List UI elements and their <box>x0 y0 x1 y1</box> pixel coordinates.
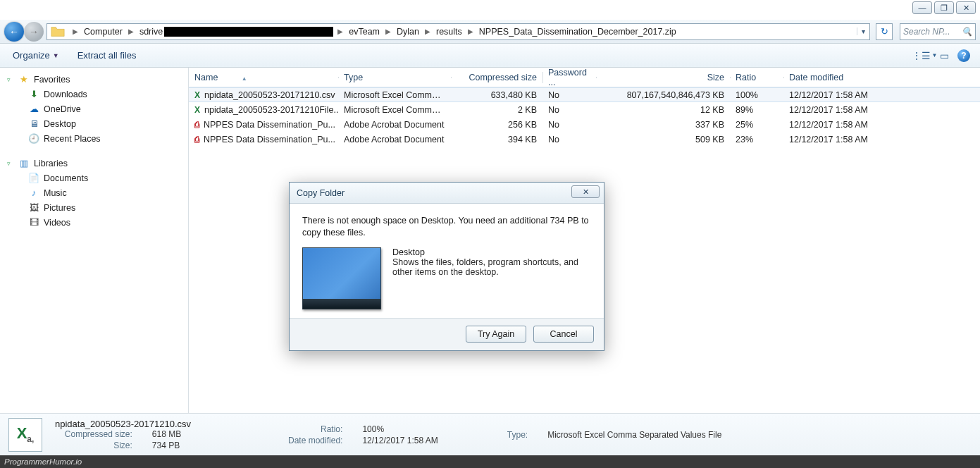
file-compressed: 394 KB <box>451 135 542 144</box>
file-row[interactable]: ⎙NPPES Data Dissemination_Pu...Adobe Acr… <box>189 132 980 147</box>
col-compressed[interactable]: Compressed size <box>451 73 542 82</box>
download-icon: ⬇ <box>28 89 39 100</box>
file-password: No <box>542 135 596 144</box>
excel-csv-icon: Xa, <box>17 424 35 444</box>
tree-item-label: Desktop <box>44 119 76 129</box>
dialog-close-button[interactable]: ✕ <box>571 185 600 198</box>
start-orb-icon <box>306 299 314 307</box>
nav-back-forward: ← → <box>4 21 44 42</box>
help-button[interactable]: ? <box>956 48 972 63</box>
try-again-button[interactable]: Try Again <box>466 326 526 343</box>
file-size: 12 KB <box>596 105 730 115</box>
dialog-button-row: Try Again Cancel <box>290 318 604 350</box>
details-value: 734 PB <box>152 441 191 450</box>
tree-favorites-header[interactable]: ▿ ★ Favorites <box>0 72 188 87</box>
breadcrumb-segment[interactable]: results <box>435 25 464 38</box>
documents-icon: 📄 <box>28 173 39 184</box>
breadcrumb-segment[interactable]: sdrive <box>138 25 164 38</box>
close-window-button[interactable]: ✕ <box>956 1 976 14</box>
file-row[interactable]: Xnpidata_20050523-20171210File...Microso… <box>189 102 980 117</box>
breadcrumb-segment[interactable]: Computer <box>82 25 124 38</box>
extract-all-button[interactable]: Extract all files <box>73 47 141 63</box>
tree-libraries-header[interactable]: ▿ ▥ Libraries <box>0 156 188 171</box>
tree-item[interactable]: 🖼Pictures <box>0 200 188 215</box>
file-size: 337 KB <box>596 120 730 130</box>
sort-asc-icon: ▲ <box>242 75 247 82</box>
col-date[interactable]: Date modified <box>783 73 896 82</box>
view-options-button[interactable]: ⋮☰ ▼ <box>917 48 932 63</box>
dialog-title: Copy Folder <box>297 188 345 198</box>
file-ratio: 89% <box>730 105 783 115</box>
libraries-icon: ▥ <box>18 158 30 169</box>
videos-icon: 🎞 <box>28 217 39 228</box>
file-name: npidata_20050523-20171210.csv <box>204 90 335 100</box>
col-name[interactable]: Name ▲ <box>189 73 338 82</box>
file-thumbnail: Xa, <box>8 418 42 452</box>
col-password[interactable]: Password ... <box>542 68 596 87</box>
tree-item[interactable]: 🎞Videos <box>0 215 188 230</box>
help-icon: ? <box>957 49 970 62</box>
minimize-button[interactable]: — <box>912 1 932 14</box>
file-size: 807,167,540,846,473 KB <box>596 90 730 100</box>
pdf-icon: ⎙ <box>194 119 199 130</box>
organize-label: Organize <box>13 50 50 61</box>
tree-item[interactable]: 🖥Desktop <box>0 116 188 131</box>
tree-item[interactable]: ⬇Downloads <box>0 87 188 101</box>
tree-item[interactable]: ☁OneDrive <box>0 101 188 116</box>
details-label: Size: <box>55 441 135 450</box>
file-name: NPPES Data Dissemination_Pu... <box>204 135 335 144</box>
details-pane: Xa, npidata_20050523-20171210.csv Compre… <box>0 413 980 455</box>
organize-menu[interactable]: Organize ▼ <box>8 47 63 63</box>
onedrive-icon: ☁ <box>28 104 39 115</box>
address-dropdown[interactable]: ▾ <box>857 27 869 35</box>
chevron-right-icon: ▶ <box>333 27 347 35</box>
collapse-icon: ▿ <box>7 160 14 167</box>
excel-csv-icon: X <box>194 90 200 101</box>
search-placeholder: Search NP... <box>903 27 962 37</box>
refresh-button[interactable]: ↻ <box>876 23 893 40</box>
dialog-titlebar[interactable]: Copy Folder ✕ <box>290 183 604 204</box>
file-row[interactable]: ⎙NPPES Data Dissemination_Pu...Adobe Acr… <box>189 117 980 132</box>
details-value: 618 MB <box>152 429 191 439</box>
breadcrumb: ▶Computer▶sdrive▶evTeam▶Dylan▶results▶NP… <box>68 25 857 38</box>
file-password: No <box>542 90 596 100</box>
file-compressed: 256 KB <box>451 120 542 130</box>
file-ratio: 25% <box>730 120 783 130</box>
search-icon: 🔍 <box>962 27 972 37</box>
tree-item-label: Videos <box>44 218 70 228</box>
breadcrumb-segment[interactable]: evTeam <box>347 25 381 38</box>
navigation-tree[interactable]: ▿ ★ Favorites ⬇Downloads☁OneDrive🖥Deskto… <box>0 68 189 413</box>
details-label: Date modified: <box>288 436 345 445</box>
details-value: 100% <box>362 424 438 434</box>
star-icon: ★ <box>18 74 30 85</box>
cancel-button[interactable]: Cancel <box>533 326 594 343</box>
tree-item-label: Recent Places <box>44 134 101 144</box>
tree-item[interactable]: ♪Music <box>0 185 188 200</box>
dialog-message: There is not enough space on Desktop. Yo… <box>302 215 591 239</box>
chevron-right-icon: ▶ <box>124 27 138 35</box>
watermark-strip: ProgrammerHumor.io <box>0 455 980 468</box>
address-bar[interactable]: ▶Computer▶sdrive▶evTeam▶Dylan▶results▶NP… <box>46 23 870 40</box>
file-date: 12/12/2017 1:58 AM <box>783 120 896 130</box>
file-row[interactable]: Xnpidata_20050523-20171210.csvMicrosoft … <box>189 87 980 102</box>
col-type[interactable]: Type <box>338 73 451 82</box>
back-button[interactable]: ← <box>4 22 24 42</box>
col-ratio[interactable]: Ratio <box>730 73 783 82</box>
tree-libraries-label: Libraries <box>34 159 68 168</box>
copy-folder-dialog: Copy Folder ✕ There is not enough space … <box>289 182 604 351</box>
preview-pane-button[interactable]: ▭ <box>936 48 952 63</box>
pictures-icon: 🖼 <box>28 202 39 214</box>
file-name: NPPES Data Dissemination_Pu... <box>204 120 335 130</box>
breadcrumb-segment[interactable]: Dylan <box>395 25 421 38</box>
breadcrumb-segment[interactable]: NPPES_Data_Dissemination_December_2017.z… <box>478 25 678 38</box>
window-control-group: — ❐ ✕ <box>912 1 976 14</box>
maximize-button[interactable]: ❐ <box>934 1 954 14</box>
forward-button[interactable]: → <box>24 22 44 42</box>
chevron-right-icon: ▶ <box>68 27 82 35</box>
music-icon: ♪ <box>28 187 39 199</box>
search-input[interactable]: Search NP... 🔍 <box>900 23 976 40</box>
tree-item[interactable]: 🕘Recent Places <box>0 131 188 146</box>
col-size[interactable]: Size <box>596 73 730 82</box>
details-label: Compressed size: <box>55 429 135 439</box>
tree-item[interactable]: 📄Documents <box>0 171 188 185</box>
